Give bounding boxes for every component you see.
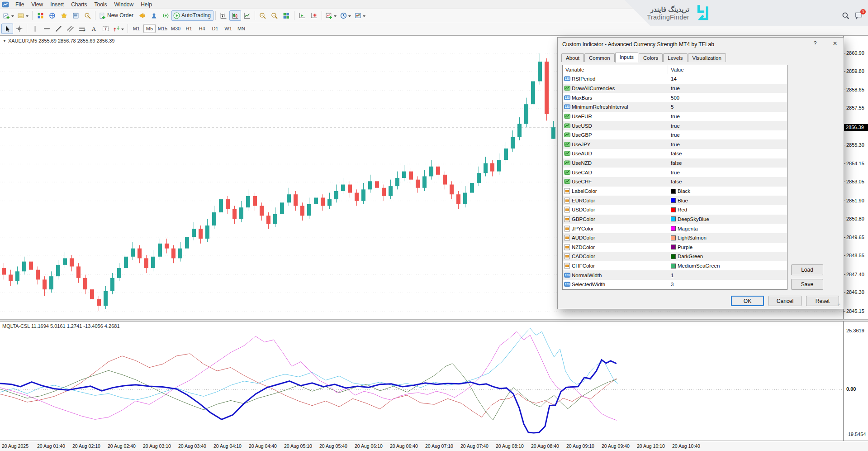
variable-value[interactable]: Magenta bbox=[668, 226, 787, 231]
variable-value[interactable]: MediumSeaGreen bbox=[668, 263, 787, 269]
input-row-eurcolor[interactable]: EURColorBlue bbox=[563, 196, 787, 205]
menu-help[interactable]: Help bbox=[137, 0, 156, 9]
variable-value[interactable]: true bbox=[668, 123, 787, 129]
input-row-usejpy[interactable]: UseJPYtrue bbox=[563, 139, 787, 149]
variable-value[interactable]: false bbox=[668, 160, 787, 166]
tab-levels[interactable]: Levels bbox=[663, 53, 687, 62]
chart-shift-button[interactable] bbox=[308, 10, 320, 21]
variable-value[interactable]: 1 bbox=[668, 273, 787, 278]
variable-value[interactable]: 3 bbox=[668, 282, 787, 287]
input-row-cadcolor[interactable]: CADColorDarkGreen bbox=[563, 252, 787, 261]
text-label-button[interactable]: T bbox=[100, 24, 111, 34]
currency-strength-chart[interactable] bbox=[0, 321, 843, 441]
input-row-gbpcolor[interactable]: GBPColorDeepSkyBlue bbox=[563, 215, 787, 224]
input-row-audcolor[interactable]: AUDColorLightSalmon bbox=[563, 233, 787, 243]
periods-button[interactable] bbox=[338, 10, 353, 21]
input-row-chfcolor[interactable]: CHFColorMediumSeaGreen bbox=[563, 261, 787, 271]
variable-value[interactable]: Black bbox=[668, 188, 787, 194]
one-click-trading-arrow-icon[interactable]: ▼ bbox=[3, 39, 6, 43]
tab-colors[interactable]: Colors bbox=[639, 53, 663, 62]
load-button[interactable]: Load bbox=[791, 264, 823, 275]
timeframe-h4[interactable]: H4 bbox=[196, 24, 208, 33]
data-window-button[interactable] bbox=[46, 10, 58, 21]
input-row-labelcolor[interactable]: LabelColorBlack bbox=[563, 187, 787, 196]
dialog-close-icon[interactable]: ✕ bbox=[831, 40, 839, 48]
timeframe-m1[interactable]: M1 bbox=[130, 24, 142, 33]
variable-value[interactable]: true bbox=[668, 86, 787, 91]
input-row-usdcolor[interactable]: USDColorRed bbox=[563, 205, 787, 215]
input-row-usegbp[interactable]: UseGBPtrue bbox=[563, 130, 787, 140]
strategy-tester-button[interactable] bbox=[81, 10, 93, 21]
text-button[interactable]: A bbox=[88, 24, 100, 34]
trendline-button[interactable] bbox=[52, 24, 64, 34]
horizontal-line-button[interactable] bbox=[41, 24, 52, 34]
megaphone-button[interactable] bbox=[136, 10, 148, 21]
tab-common[interactable]: Common bbox=[584, 53, 615, 62]
market-watch-button[interactable] bbox=[34, 10, 46, 21]
navigator-button[interactable] bbox=[58, 10, 70, 21]
menu-view[interactable]: View bbox=[28, 0, 47, 9]
timeframe-m30[interactable]: M30 bbox=[170, 24, 182, 33]
tile-windows-button[interactable] bbox=[280, 10, 292, 21]
indicator-pane[interactable] bbox=[0, 321, 843, 441]
templates-button[interactable] bbox=[353, 10, 367, 21]
timeframe-d1[interactable]: D1 bbox=[209, 24, 221, 33]
auto-scroll-button[interactable] bbox=[296, 10, 308, 21]
pane-splitter[interactable] bbox=[0, 319, 868, 321]
menu-charts[interactable]: Charts bbox=[67, 0, 90, 9]
variable-value[interactable]: LightSalmon bbox=[668, 235, 787, 240]
timeframe-m5[interactable]: M5 bbox=[143, 24, 156, 33]
timeframe-mn[interactable]: MN bbox=[235, 24, 247, 33]
cursor-button[interactable] bbox=[1, 24, 13, 34]
zoom-in-button[interactable] bbox=[257, 10, 269, 21]
input-row-selectedwidth[interactable]: 123SelectedWidth3 bbox=[563, 280, 787, 289]
dropdown-arrow-icon[interactable] bbox=[11, 15, 14, 19]
variable-value[interactable]: 5 bbox=[668, 104, 787, 110]
input-row-nzdcolor[interactable]: NZDColorPurple bbox=[563, 243, 787, 252]
save-button[interactable]: Save bbox=[791, 279, 823, 290]
variable-value[interactable]: false bbox=[668, 151, 787, 156]
dropdown-arrow-icon[interactable] bbox=[334, 15, 337, 19]
search-button[interactable] bbox=[842, 12, 849, 21]
input-row-useeur[interactable]: UseEURtrue bbox=[563, 112, 787, 121]
price-scale[interactable]: 2860.902859.802858.652857.552855.302854.… bbox=[843, 36, 868, 441]
menu-insert[interactable]: Insert bbox=[47, 0, 67, 9]
variable-value[interactable]: Blue bbox=[668, 198, 787, 203]
variable-value[interactable]: Red bbox=[668, 207, 787, 212]
input-row-maxbars[interactable]: 123MaxBars500 bbox=[563, 93, 787, 102]
profiles-button[interactable] bbox=[16, 10, 30, 21]
signals-button[interactable] bbox=[160, 10, 171, 21]
dropdown-arrow-icon[interactable] bbox=[26, 15, 28, 19]
dialog-help-button[interactable]: ? bbox=[811, 40, 819, 48]
equidistant-channel-button[interactable] bbox=[64, 24, 76, 34]
input-row-usenzd[interactable]: UseNZDfalse bbox=[563, 158, 787, 168]
vertical-line-button[interactable] bbox=[29, 24, 41, 34]
cancel-button[interactable]: Cancel bbox=[768, 296, 802, 306]
time-axis[interactable]: 20 Aug 202520 Aug 01:4020 Aug 02:1020 Au… bbox=[0, 441, 868, 451]
timeframe-m15[interactable]: M15 bbox=[157, 24, 169, 33]
dropdown-arrow-icon[interactable] bbox=[363, 15, 365, 19]
variable-value[interactable]: DarkGreen bbox=[668, 254, 787, 259]
crosshair-button[interactable] bbox=[13, 24, 25, 34]
variable-value[interactable]: 14 bbox=[668, 76, 787, 82]
tab-visualization[interactable]: Visualization bbox=[688, 53, 726, 62]
menu-window[interactable]: Window bbox=[111, 0, 138, 9]
chart-candles-button[interactable] bbox=[229, 10, 241, 21]
ok-button[interactable]: OK bbox=[731, 296, 764, 306]
input-row-drawallcurrencies[interactable]: DrawAllCurrenciestrue bbox=[563, 84, 787, 93]
variable-value[interactable]: 500 bbox=[668, 95, 787, 101]
dropdown-arrow-icon[interactable] bbox=[121, 29, 124, 32]
variable-value[interactable]: DeepSkyBlue bbox=[668, 216, 787, 222]
reset-button[interactable]: Reset bbox=[806, 296, 839, 306]
variable-value[interactable]: false bbox=[668, 179, 787, 184]
variable-value[interactable]: true bbox=[668, 170, 787, 175]
input-row-rsiperiod[interactable]: 123RSIPeriod14 bbox=[563, 74, 787, 84]
terminal-button[interactable] bbox=[70, 10, 81, 21]
input-row-usechf[interactable]: UseCHFfalse bbox=[563, 177, 787, 187]
input-row-useusd[interactable]: UseUSDtrue bbox=[563, 121, 787, 130]
menu-tools[interactable]: Tools bbox=[91, 0, 111, 9]
variable-value[interactable]: true bbox=[668, 132, 787, 138]
variable-value[interactable]: true bbox=[668, 142, 787, 147]
chart-line-button[interactable] bbox=[241, 10, 253, 21]
chat-button[interactable]: 1 bbox=[855, 12, 863, 21]
